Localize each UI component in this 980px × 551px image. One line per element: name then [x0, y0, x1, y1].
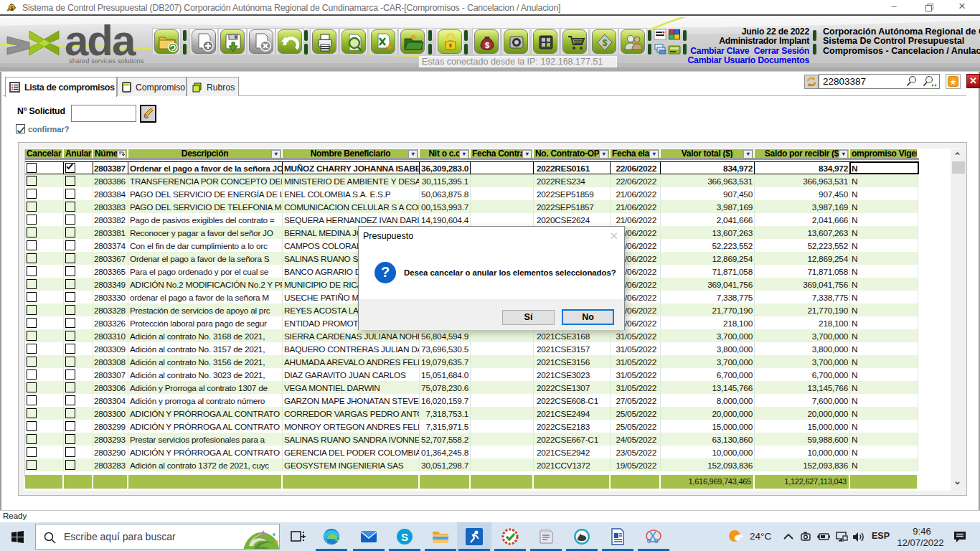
svg-text:$: $ [10, 5, 14, 11]
svg-text:S: S [401, 531, 408, 543]
svg-text:$: $ [485, 41, 489, 50]
svg-text:shared services solutions: shared services solutions [69, 57, 144, 65]
svg-text:$: $ [603, 38, 608, 48]
